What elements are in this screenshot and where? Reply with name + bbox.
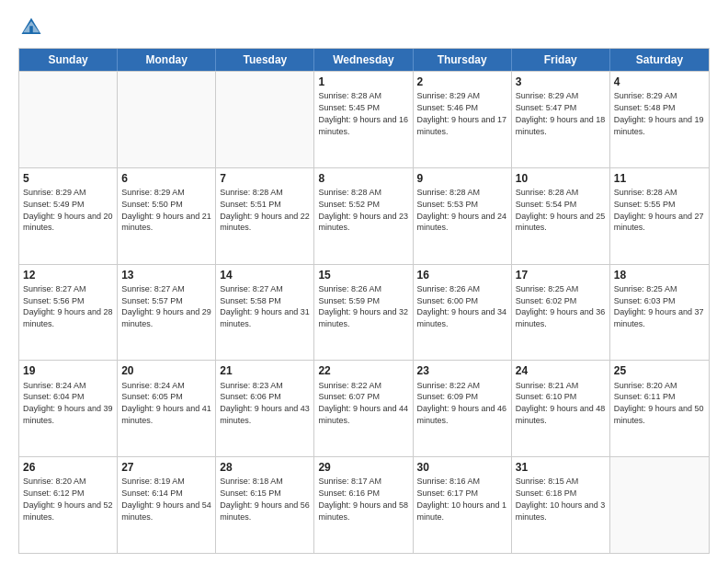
- day-number: 4: [614, 75, 705, 89]
- calendar-day-13: 13Sunrise: 8:27 AMSunset: 5:57 PMDayligh…: [118, 265, 216, 361]
- calendar-day-22: 22Sunrise: 8:22 AMSunset: 6:07 PMDayligh…: [314, 361, 413, 456]
- day-number: 3: [516, 75, 606, 89]
- day-number: 8: [318, 171, 408, 186]
- calendar-day-23: 23Sunrise: 8:22 AMSunset: 6:09 PMDayligh…: [414, 361, 512, 456]
- sunset-text: Sunset: 6:11 PM: [614, 392, 676, 401]
- page: SundayMondayTuesdayWednesdayThursdayFrid…: [0, 0, 728, 563]
- sunset-text: Sunset: 6:04 PM: [23, 392, 85, 401]
- daylight-text: Daylight: 9 hours and 58 minutes.: [318, 500, 408, 522]
- day-number: 9: [417, 171, 507, 186]
- sunset-text: Sunset: 6:15 PM: [220, 488, 281, 498]
- daylight-text: Daylight: 9 hours and 21 minutes.: [121, 212, 211, 233]
- daylight-text: Daylight: 9 hours and 48 minutes.: [516, 404, 606, 425]
- sunset-text: Sunset: 6:05 PM: [121, 392, 183, 401]
- day-number: 17: [516, 268, 606, 282]
- sunrise-text: Sunrise: 8:27 AM: [121, 284, 185, 293]
- day-number: 7: [220, 171, 310, 186]
- sunrise-text: Sunrise: 8:28 AM: [516, 188, 579, 197]
- sunrise-text: Sunrise: 8:27 AM: [23, 284, 86, 293]
- calendar-header-tuesday: Tuesday: [216, 49, 314, 71]
- calendar-week-4: 19Sunrise: 8:24 AMSunset: 6:04 PMDayligh…: [19, 360, 709, 456]
- sunset-text: Sunset: 6:06 PM: [220, 392, 281, 401]
- daylight-text: Daylight: 9 hours and 50 minutes.: [614, 404, 704, 425]
- calendar-empty-cell: [19, 72, 118, 167]
- day-number: 19: [23, 363, 113, 378]
- daylight-text: Daylight: 9 hours and 19 minutes.: [614, 115, 704, 136]
- daylight-text: Daylight: 9 hours and 18 minutes.: [516, 115, 606, 136]
- day-number: 2: [417, 75, 507, 89]
- calendar-day-28: 28Sunrise: 8:18 AMSunset: 6:15 PMDayligh…: [216, 457, 314, 553]
- calendar-day-17: 17Sunrise: 8:25 AMSunset: 6:02 PMDayligh…: [512, 265, 610, 361]
- day-number: 28: [220, 460, 310, 475]
- daylight-text: Daylight: 10 hours and 1 minute.: [417, 500, 507, 522]
- sunset-text: Sunset: 5:50 PM: [121, 200, 183, 209]
- sunrise-text: Sunrise: 8:17 AM: [318, 477, 381, 486]
- day-number: 13: [121, 268, 211, 282]
- daylight-text: Daylight: 9 hours and 37 minutes.: [614, 307, 704, 328]
- sunset-text: Sunset: 5:48 PM: [614, 103, 676, 112]
- day-number: 26: [23, 460, 113, 475]
- daylight-text: Daylight: 9 hours and 36 minutes.: [516, 307, 606, 328]
- calendar-day-4: 4Sunrise: 8:29 AMSunset: 5:48 PMDaylight…: [610, 72, 709, 167]
- calendar-day-16: 16Sunrise: 8:26 AMSunset: 6:00 PMDayligh…: [414, 265, 512, 361]
- calendar-header-row: SundayMondayTuesdayWednesdayThursdayFrid…: [19, 49, 709, 71]
- daylight-text: Daylight: 9 hours and 22 minutes.: [220, 212, 310, 233]
- logo: [18, 15, 48, 40]
- calendar-day-18: 18Sunrise: 8:25 AMSunset: 6:03 PMDayligh…: [610, 265, 709, 361]
- calendar-header-sunday: Sunday: [19, 49, 118, 71]
- sunrise-text: Sunrise: 8:18 AM: [220, 477, 283, 486]
- calendar-day-19: 19Sunrise: 8:24 AMSunset: 6:04 PMDayligh…: [19, 361, 118, 456]
- daylight-text: Daylight: 9 hours and 43 minutes.: [220, 404, 310, 425]
- calendar-day-10: 10Sunrise: 8:28 AMSunset: 5:54 PMDayligh…: [512, 168, 610, 264]
- day-number: 24: [516, 363, 606, 378]
- day-number: 20: [121, 363, 211, 378]
- calendar-day-11: 11Sunrise: 8:28 AMSunset: 5:55 PMDayligh…: [610, 168, 709, 264]
- calendar-week-5: 26Sunrise: 8:20 AMSunset: 6:12 PMDayligh…: [19, 456, 709, 553]
- sunrise-text: Sunrise: 8:29 AM: [417, 91, 481, 100]
- sunrise-text: Sunrise: 8:28 AM: [318, 188, 381, 197]
- day-number: 21: [220, 363, 310, 378]
- calendar-day-15: 15Sunrise: 8:26 AMSunset: 5:59 PMDayligh…: [314, 265, 413, 361]
- sunset-text: Sunset: 5:54 PM: [516, 200, 577, 209]
- calendar-day-29: 29Sunrise: 8:17 AMSunset: 6:16 PMDayligh…: [314, 457, 413, 553]
- day-number: 6: [121, 171, 211, 186]
- calendar-week-1: 1Sunrise: 8:28 AMSunset: 5:45 PMDaylight…: [19, 71, 709, 167]
- sunset-text: Sunset: 6:07 PM: [318, 392, 380, 401]
- day-number: 22: [318, 363, 408, 378]
- sunrise-text: Sunrise: 8:29 AM: [23, 188, 86, 197]
- calendar-header-thursday: Thursday: [414, 49, 512, 71]
- sunrise-text: Sunrise: 8:25 AM: [614, 284, 677, 293]
- sunset-text: Sunset: 5:58 PM: [220, 296, 281, 305]
- day-number: 27: [121, 460, 211, 475]
- sunrise-text: Sunrise: 8:29 AM: [121, 188, 185, 197]
- daylight-text: Daylight: 9 hours and 29 minutes.: [121, 307, 211, 328]
- day-number: 16: [417, 268, 507, 282]
- sunrise-text: Sunrise: 8:28 AM: [318, 91, 381, 100]
- sunrise-text: Sunrise: 8:26 AM: [417, 284, 481, 293]
- day-number: 5: [23, 171, 113, 186]
- sunset-text: Sunset: 5:55 PM: [614, 200, 676, 209]
- sunrise-text: Sunrise: 8:21 AM: [516, 381, 579, 390]
- day-number: 10: [516, 171, 606, 186]
- calendar-header-saturday: Saturday: [610, 49, 709, 71]
- day-number: 12: [23, 268, 113, 282]
- sunset-text: Sunset: 6:00 PM: [417, 296, 479, 305]
- daylight-text: Daylight: 9 hours and 41 minutes.: [121, 404, 211, 425]
- calendar-day-1: 1Sunrise: 8:28 AMSunset: 5:45 PMDaylight…: [314, 72, 413, 167]
- daylight-text: Daylight: 9 hours and 24 minutes.: [417, 212, 507, 233]
- calendar-day-9: 9Sunrise: 8:28 AMSunset: 5:53 PMDaylight…: [414, 168, 512, 264]
- daylight-text: Daylight: 9 hours and 17 minutes.: [417, 115, 507, 136]
- calendar-day-12: 12Sunrise: 8:27 AMSunset: 5:56 PMDayligh…: [19, 265, 118, 361]
- calendar-week-3: 12Sunrise: 8:27 AMSunset: 5:56 PMDayligh…: [19, 264, 709, 361]
- day-number: 14: [220, 268, 310, 282]
- sunset-text: Sunset: 6:12 PM: [23, 488, 85, 498]
- day-number: 1: [318, 75, 408, 89]
- daylight-text: Daylight: 9 hours and 32 minutes.: [318, 307, 408, 328]
- sunset-text: Sunset: 6:14 PM: [121, 488, 183, 498]
- sunset-text: Sunset: 5:56 PM: [23, 296, 85, 305]
- day-number: 11: [614, 171, 705, 186]
- sunrise-text: Sunrise: 8:23 AM: [220, 381, 283, 390]
- calendar-day-27: 27Sunrise: 8:19 AMSunset: 6:14 PMDayligh…: [118, 457, 216, 553]
- daylight-text: Daylight: 10 hours and 3 minutes.: [516, 500, 606, 522]
- logo-icon: [18, 15, 44, 40]
